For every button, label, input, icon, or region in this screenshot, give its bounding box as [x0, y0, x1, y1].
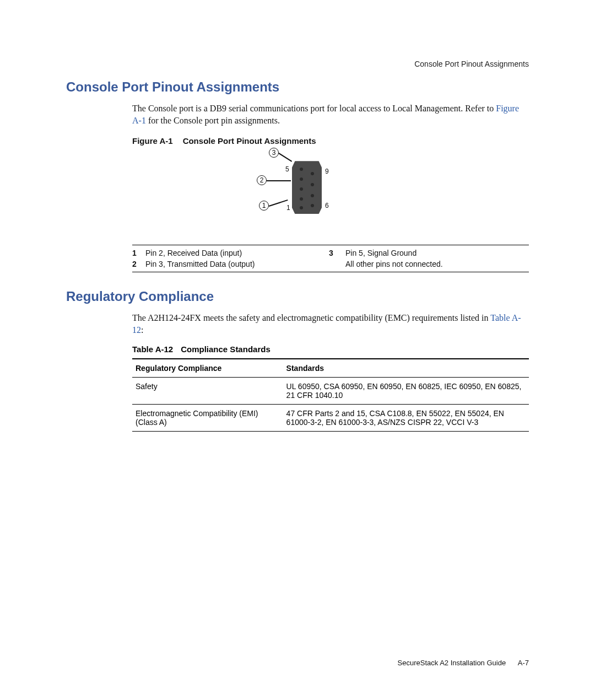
pin-label-1: 1	[286, 204, 290, 212]
page: Console Port Pinout Assignments Console …	[0, 0, 595, 700]
table-row: Safety UL 60950, CSA 60950, EN 60950, EN…	[132, 378, 529, 405]
callout-2: 2	[257, 175, 267, 185]
figure-title: Console Port Pinout Assignments	[183, 136, 316, 146]
legend-num-1: 1	[132, 249, 145, 257]
legend-text-4: All other pins not connected.	[345, 260, 529, 268]
legend-num-2: 2	[132, 260, 145, 268]
section2-text-b: :	[141, 325, 143, 335]
cell-safety: Safety	[132, 378, 283, 405]
heading-regulatory: Regulatory Compliance	[66, 289, 529, 304]
footer-page: A-7	[518, 659, 529, 667]
legend-num-3: 3	[329, 249, 345, 257]
table-caption: Table A-12Compliance Standards	[132, 344, 529, 354]
figure-label: Figure A-1	[132, 136, 173, 146]
section1-text-a: The Console port is a DB9 serial communi…	[132, 104, 496, 113]
cell-emi-standards: 47 CFR Parts 2 and 15, CSA C108.8, EN 55…	[283, 405, 529, 432]
cell-safety-standards: UL 60950, CSA 60950, EN 60950, EN 60825,…	[283, 378, 529, 405]
pin-label-5: 5	[285, 165, 289, 173]
footer-doc: SecureStack A2 Installation Guide	[398, 659, 506, 667]
figure-diagram: 5 9 1 6 3 2 1	[132, 151, 529, 228]
section1-paragraph: The Console port is a DB9 serial communi…	[132, 103, 529, 126]
table-label: Table A-12	[132, 344, 173, 354]
pin-label-9: 9	[325, 168, 329, 175]
figure-caption: Figure A-1Console Port Pinout Assignment…	[132, 136, 529, 146]
table-header-row: Regulatory Compliance Standards	[132, 359, 529, 378]
section1-text-b: for the Console port pin assignments.	[146, 116, 280, 125]
section2-paragraph: The A2H124-24FX meets the safety and ele…	[132, 312, 529, 336]
page-footer: SecureStack A2 Installation Guide A-7	[398, 659, 529, 667]
legend-text-1: Pin 2, Received Data (input)	[145, 249, 329, 257]
legend-num-blank	[329, 260, 345, 268]
th-regulatory: Regulatory Compliance	[132, 359, 283, 378]
callout-3: 3	[269, 148, 279, 158]
db9-connector-icon	[292, 161, 322, 214]
table-title: Compliance Standards	[181, 344, 271, 354]
th-standards: Standards	[283, 359, 529, 378]
compliance-table: Regulatory Compliance Standards Safety U…	[132, 358, 529, 432]
callout-1: 1	[259, 201, 269, 211]
cell-emi: Electromagnetic Compatibility (EMI) (Cla…	[132, 405, 283, 432]
legend-text-3: Pin 5, Signal Ground	[345, 249, 529, 257]
figure-legend: 1 Pin 2, Received Data (input) 3 Pin 5, …	[132, 245, 529, 272]
pin-label-6: 6	[325, 202, 329, 209]
running-header: Console Port Pinout Assignments	[414, 60, 529, 68]
table-row: Electromagnetic Compatibility (EMI) (Cla…	[132, 405, 529, 432]
heading-console-port: Console Port Pinout Assignments	[66, 79, 529, 95]
section2-text-a: The A2H124-24FX meets the safety and ele…	[132, 313, 490, 322]
legend-text-2: Pin 3, Transmitted Data (output)	[145, 260, 329, 268]
